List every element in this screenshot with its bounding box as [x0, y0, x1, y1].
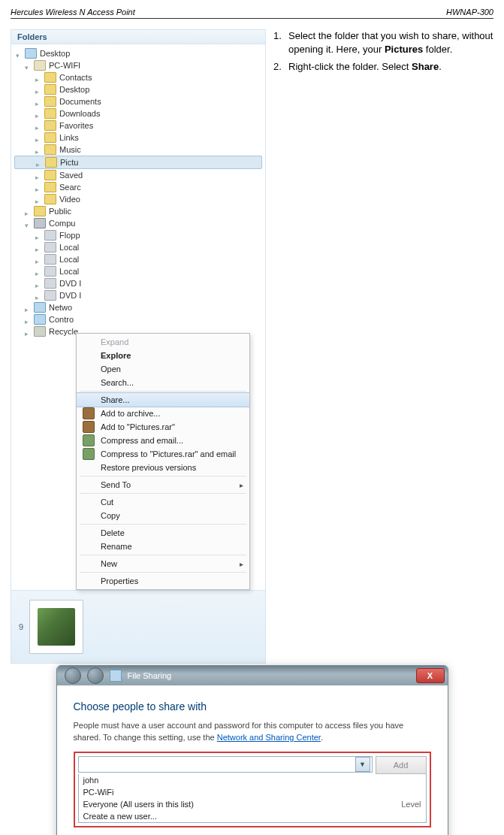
folders-title: Folders [11, 30, 265, 44]
disclosure-icon[interactable] [35, 292, 41, 298]
tree-item[interactable]: DVD I [14, 277, 262, 289]
dialog-titlebar: File Sharing X [57, 666, 448, 685]
disclosure-icon[interactable] [35, 232, 41, 238]
disclosure-icon[interactable] [25, 316, 31, 322]
dropdown-option-label: john [83, 776, 99, 785]
tree-item[interactable]: Netwo [14, 301, 262, 313]
menu-item[interactable]: Compress and email... [77, 434, 249, 447]
step-1-text: Select the folder that you wish to share… [288, 29, 493, 56]
tree-item[interactable]: Pictu [14, 156, 262, 169]
tree-item[interactable]: Searc [14, 181, 262, 193]
tree-item[interactable]: Video [14, 193, 262, 205]
user-dropdown[interactable]: johnPC-WiFiEveryone (All users in this l… [78, 774, 427, 823]
tree-item[interactable]: Desktop [14, 83, 262, 95]
menu-item[interactable]: Expand [77, 335, 249, 349]
tree-item[interactable]: Links [14, 132, 262, 144]
dialog-app-icon [110, 670, 122, 682]
menu-item[interactable]: Add to archive... [77, 407, 249, 420]
close-button[interactable]: X [416, 668, 445, 683]
menu-item[interactable]: Search... [77, 376, 249, 389]
dialog-body-text: People must have a user account and pass… [74, 720, 431, 744]
tree-item-label: Compu [49, 219, 75, 228]
dropdown-option[interactable]: john [79, 774, 426, 786]
nav-fwd-icon[interactable] [87, 667, 104, 684]
combobox-chevron-icon[interactable]: ▼ [355, 757, 370, 772]
dropdown-option[interactable]: PC-WiFi [79, 786, 426, 798]
disclosure-icon[interactable] [25, 62, 31, 68]
menu-item[interactable]: Copy [77, 509, 249, 522]
menu-item[interactable]: Send To [77, 478, 249, 492]
disclosure-icon[interactable] [25, 220, 31, 226]
user-icon [34, 60, 46, 71]
menu-separator [80, 476, 246, 476]
disclosure-icon[interactable] [35, 268, 41, 274]
tree-item[interactable]: Contacts [14, 71, 262, 83]
header-left: Hercules Wireless N Access Point [11, 8, 135, 17]
net-icon [34, 302, 46, 313]
tree-item[interactable]: Contro [14, 313, 262, 325]
tree-item-label: Searc [59, 183, 81, 192]
disclosure-icon[interactable] [35, 244, 41, 250]
tree-item[interactable]: Downloads [14, 107, 262, 120]
disclosure-icon[interactable] [35, 110, 41, 116]
disclosure-icon[interactable] [35, 98, 41, 104]
dropdown-option-label: Everyone (All users in this list) [83, 800, 194, 809]
tree-item[interactable]: Local [14, 265, 262, 277]
tree-item[interactable]: PC-WIFI [14, 59, 262, 71]
disclosure-icon[interactable] [35, 184, 41, 190]
level-label: Level [401, 800, 421, 809]
tree-item[interactable]: Saved [14, 169, 262, 181]
disclosure-icon[interactable] [35, 74, 41, 80]
disclosure-icon[interactable] [35, 196, 41, 202]
tree-item-label: Recycle [49, 327, 78, 336]
tree-item[interactable]: Local [14, 241, 262, 253]
disclosure-icon[interactable] [35, 135, 41, 141]
drv-icon [44, 290, 56, 301]
tree-item[interactable]: Favorites [14, 120, 262, 132]
drv-icon [44, 230, 56, 241]
tree-item[interactable]: Public [14, 205, 262, 217]
dropdown-option[interactable]: Everyone (All users in this list)Level [79, 798, 426, 810]
disclosure-icon[interactable] [35, 256, 41, 262]
menu-item-label: Restore previous versions [101, 463, 196, 472]
disclosure-icon[interactable] [25, 304, 31, 310]
disclosure-icon[interactable] [35, 172, 41, 178]
comp-icon [34, 218, 46, 228]
add-button[interactable]: Add [376, 756, 427, 774]
menu-item[interactable]: Cut [77, 495, 249, 509]
tree-item[interactable]: Compu [14, 217, 262, 229]
tree-item-label: Netwo [49, 303, 72, 312]
menu-item[interactable]: Delete [77, 526, 249, 540]
tree-item-label: Flopp [59, 231, 80, 240]
menu-item[interactable]: Properties [77, 574, 249, 588]
disclosure-icon[interactable] [16, 50, 22, 56]
menu-item[interactable]: Explore [77, 349, 249, 362]
tree-item[interactable]: Flopp [14, 229, 262, 241]
dropdown-option[interactable]: Create a new user... [79, 810, 426, 822]
disclosure-icon[interactable] [25, 208, 31, 214]
network-sharing-link[interactable]: Network and Sharing Center [217, 733, 321, 742]
disclosure-icon[interactable] [36, 159, 42, 165]
tree-item[interactable]: Desktop [14, 47, 262, 59]
menu-item[interactable]: Compress to "Pictures.rar" and email [77, 447, 249, 461]
tree-item[interactable]: DVD I [14, 289, 262, 301]
menu-item[interactable]: Share... [77, 392, 249, 407]
menu-item[interactable]: Open [77, 362, 249, 376]
nav-back-icon[interactable] [65, 667, 81, 684]
menu-item[interactable]: New [77, 557, 249, 570]
tree-item[interactable]: Documents [14, 95, 262, 107]
menu-item[interactable]: Rename [77, 540, 249, 553]
disclosure-icon[interactable] [25, 328, 31, 334]
disclosure-icon[interactable] [35, 147, 41, 153]
menu-item[interactable]: Restore previous versions [77, 461, 249, 474]
disclosure-icon[interactable] [35, 280, 41, 286]
tree-item[interactable]: Local [14, 253, 262, 265]
menu-item-label: Rename [101, 542, 132, 551]
disclosure-icon[interactable] [35, 86, 41, 92]
menu-item-label: Compress and email... [101, 436, 183, 445]
user-combobox[interactable]: ▼ [78, 756, 373, 773]
menu-separator [80, 391, 246, 392]
tree-item[interactable]: Music [14, 144, 262, 156]
menu-item[interactable]: Add to "Pictures.rar" [77, 420, 249, 434]
disclosure-icon[interactable] [35, 123, 41, 129]
